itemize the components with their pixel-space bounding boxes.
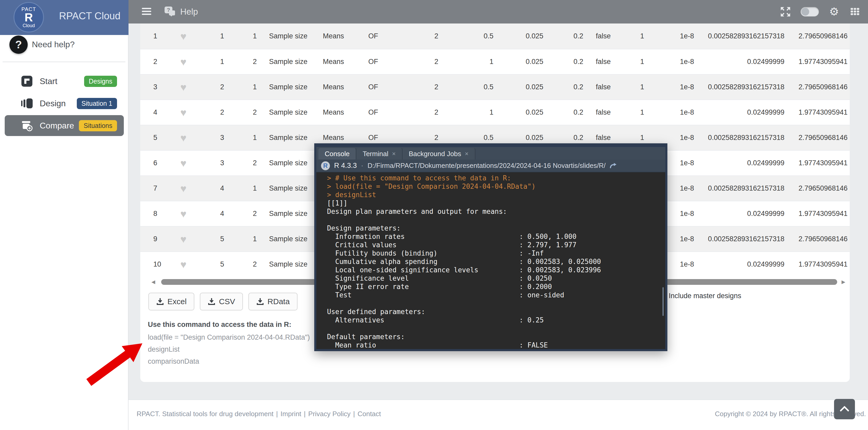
table-cell: 1 <box>140 32 170 40</box>
table-cell: 0.5 <box>441 32 496 40</box>
rdata-button[interactable]: RData <box>248 293 298 310</box>
table-cell: 3 <box>196 134 227 142</box>
console-line: Local one-sided significance levels: 0.0… <box>327 266 665 274</box>
hint-comparisondata: comparisonData <box>148 357 310 365</box>
console-titlebar: R R 4.3.3 · D:/Firma/RPACT/Dokumente/pre… <box>316 160 665 172</box>
favorite-heart-icon[interactable]: ♥ <box>170 158 196 168</box>
chat-help-icon: ? <box>164 6 177 18</box>
table-cell: 2.79650968146 <box>787 32 850 40</box>
close-icon[interactable]: × <box>465 150 469 158</box>
table-cell: 1 <box>632 58 647 66</box>
scroll-right-icon[interactable]: ► <box>840 279 846 285</box>
table-cell: 5 <box>196 235 227 243</box>
start-icon <box>21 75 33 87</box>
table-cell: OF <box>361 108 407 117</box>
table-cell: 1 <box>441 58 496 66</box>
table-cell: 0.02499999 <box>697 58 787 66</box>
console-lines: > # Use this command to access the data … <box>327 174 665 348</box>
table-row[interactable]: 4♥22Sample sizeMeansOF210.0250.2false11e… <box>140 99 850 125</box>
footer: RPACT. Statistical tools for drug develo… <box>128 399 868 430</box>
tab-terminal[interactable]: Terminal × <box>356 148 402 160</box>
table-cell: 2 <box>227 58 260 66</box>
question-mark-icon: ? <box>9 35 28 54</box>
excel-button[interactable]: Excel <box>148 293 194 310</box>
table-cell: 0.02499999 <box>697 108 787 117</box>
help-label: Help <box>180 7 198 17</box>
table-cell: 1e-8 <box>647 108 697 117</box>
table-cell: 7 <box>140 184 170 192</box>
sidebar-header: PACT R Cloud RPACT Cloud <box>0 0 128 35</box>
r-logo-icon: R <box>321 161 330 170</box>
favorite-heart-icon[interactable]: ♥ <box>170 31 196 41</box>
table-cell: 2 <box>407 32 441 40</box>
table-cell: 1e-8 <box>647 83 697 91</box>
favorite-heart-icon[interactable]: ♥ <box>170 133 196 143</box>
help-button[interactable]: ? Help <box>164 5 198 18</box>
gear-icon[interactable]: ⚙ <box>828 6 840 18</box>
table-cell: false <box>586 134 632 142</box>
sidebar-item-design[interactable]: Design Situation 1 <box>5 93 124 114</box>
table-cell: 0.2 <box>547 108 586 117</box>
console-line: Default parameters: <box>327 333 665 341</box>
table-cell: 0.5 <box>441 83 496 91</box>
favorite-heart-icon[interactable]: ♥ <box>170 183 196 194</box>
scroll-to-top-button[interactable] <box>834 399 855 419</box>
tab-background-jobs[interactable]: Background Jobs × <box>403 148 475 160</box>
include-master-designs-label[interactable]: Include master designs <box>669 292 741 300</box>
console-line: Mean ratio: FALSE <box>327 341 665 348</box>
console-line: Critical values: 2.797, 1.977 <box>327 241 665 249</box>
rstudio-console-window[interactable]: Console Terminal × Background Jobs × R R… <box>314 143 668 351</box>
table-cell: 9 <box>140 235 170 243</box>
favorite-heart-icon[interactable]: ♥ <box>170 57 196 67</box>
table-cell: 1 <box>632 83 647 91</box>
working-directory-path: D:/Firma/RPACT/Dokumente/presentations/2… <box>368 162 606 170</box>
table-cell: Sample size <box>260 260 313 268</box>
topbar: ? Help ⚙ <box>128 0 868 24</box>
menu-toggle-icon[interactable] <box>142 6 151 17</box>
favorite-heart-icon[interactable]: ♥ <box>170 209 196 219</box>
table-cell: Sample size <box>260 235 313 243</box>
table-cell: 1 <box>227 235 260 243</box>
table-cell: 1.97743095941 <box>787 210 850 218</box>
grid-table-icon[interactable] <box>849 6 861 18</box>
close-icon[interactable]: × <box>392 150 396 158</box>
favorite-heart-icon[interactable]: ♥ <box>170 82 196 92</box>
table-row[interactable]: 3♥21Sample sizeMeansOF20.50.0250.2false1… <box>140 74 850 99</box>
fullscreen-icon[interactable] <box>780 6 791 18</box>
contact-link[interactable]: Contact <box>358 410 381 418</box>
console-line: > load(file = "Design Comparison 2024-04… <box>327 182 665 191</box>
need-help-link[interactable]: ? Need help? <box>0 35 128 61</box>
console-line: > designList <box>327 191 665 199</box>
tab-console[interactable]: Console <box>318 148 356 160</box>
download-icon <box>156 298 164 305</box>
favorite-heart-icon[interactable]: ♥ <box>170 234 196 244</box>
table-cell: 1 <box>632 32 647 40</box>
table-cell: 0.5 <box>441 134 496 142</box>
table-cell: Means <box>313 134 361 142</box>
table-cell: 1.97743095941 <box>787 159 850 167</box>
table-cell: 1 <box>632 134 647 142</box>
sidebar-item-start[interactable]: Start Designs <box>5 71 124 92</box>
favorite-heart-icon[interactable]: ♥ <box>170 259 196 270</box>
console-line: > # Use this command to access the data … <box>327 174 665 182</box>
csv-button[interactable]: CSV <box>200 293 243 310</box>
privacy-policy-link[interactable]: Privacy Policy <box>308 410 350 418</box>
theme-toggle[interactable] <box>801 7 819 16</box>
console-output: > # Use this command to access the data … <box>316 172 665 348</box>
table-cell: 5 <box>196 260 227 268</box>
favorite-heart-icon[interactable]: ♥ <box>170 107 196 118</box>
sidebar-item-compare[interactable]: Compare Situations <box>5 115 124 136</box>
console-scrollbar-thumb[interactable] <box>662 287 664 316</box>
table-cell: 2.79650968146 <box>787 134 850 142</box>
toggle-knob <box>801 8 809 16</box>
table-cell: 0.2 <box>547 134 586 142</box>
table-row[interactable]: 2♥12Sample sizeMeansOF210.0250.2false11e… <box>140 49 850 74</box>
table-cell: OF <box>361 58 407 66</box>
scroll-left-icon[interactable]: ◄ <box>150 279 156 285</box>
goto-directory-icon[interactable] <box>610 163 617 169</box>
table-row[interactable]: 1♥11Sample sizeMeansOF20.50.0250.2false1… <box>140 24 850 49</box>
rpact-logo[interactable]: PACT R Cloud <box>13 2 44 32</box>
imprint-link[interactable]: Imprint <box>281 410 301 418</box>
r-command-hint: Use this command to access the data in R… <box>148 321 310 369</box>
table-cell: 3 <box>196 159 227 167</box>
